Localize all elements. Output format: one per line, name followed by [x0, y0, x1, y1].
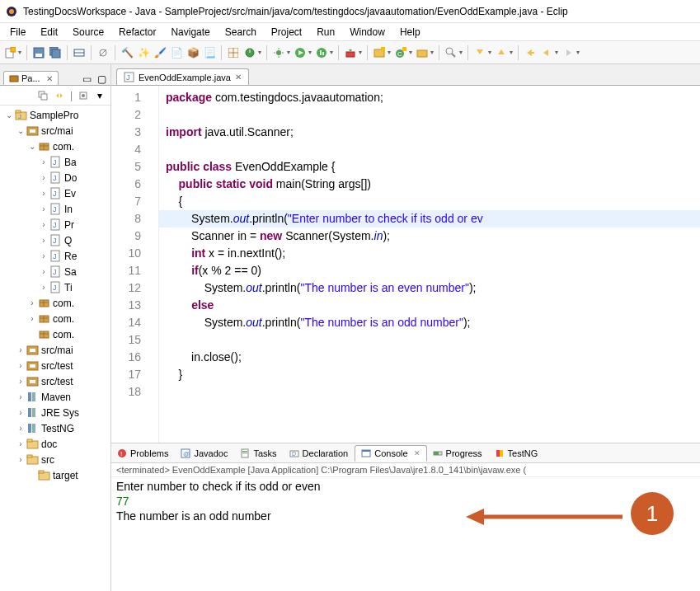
menu-help[interactable]: Help: [393, 25, 427, 40]
tree-item[interactable]: ›com.: [0, 311, 110, 326]
tree-item[interactable]: ⌄com.: [0, 138, 110, 154]
svg-rect-117: [500, 450, 503, 457]
tree-item[interactable]: ›src/mai: [0, 342, 110, 358]
tree-item[interactable]: ›src/test: [0, 373, 110, 389]
tree-item[interactable]: ›src/test: [0, 358, 110, 373]
cu-icon: J: [49, 250, 62, 262]
menu-search[interactable]: Search: [218, 25, 263, 40]
menu-run[interactable]: Run: [310, 25, 341, 40]
new-package-icon[interactable]: [373, 46, 386, 59]
back-icon[interactable]: [540, 46, 553, 59]
pkg-icon[interactable]: 📦: [186, 46, 200, 59]
tree-item[interactable]: ›JRE Sys: [0, 405, 110, 420]
tree-item[interactable]: ›src: [0, 452, 110, 467]
tree-item[interactable]: ›JQ: [0, 232, 110, 248]
package-explorer-tab[interactable]: Pa... ✕: [3, 71, 59, 85]
wand-icon[interactable]: ✨: [137, 46, 150, 59]
menu-project[interactable]: Project: [265, 25, 308, 40]
menu-refactor[interactable]: Refactor: [112, 25, 162, 40]
save-all-icon[interactable]: [49, 46, 62, 59]
skip-breakpoints-icon[interactable]: [96, 46, 110, 59]
menu-edit[interactable]: Edit: [34, 25, 64, 40]
page-icon[interactable]: 📃: [203, 46, 216, 59]
menu-window[interactable]: Window: [343, 25, 392, 40]
next-annotation-icon[interactable]: [473, 46, 486, 59]
tab-progress[interactable]: Progress: [427, 446, 489, 461]
coverage-icon[interactable]: [315, 46, 328, 59]
cu-icon: J: [49, 171, 62, 184]
tree-label: Sa: [64, 266, 77, 278]
window-title: TestingDocsWorkspace - Java - SampleProj…: [23, 6, 568, 17]
tab-declaration[interactable]: DDeclaration: [284, 446, 355, 461]
tree-item[interactable]: ›JBa: [0, 154, 110, 170]
debug-icon[interactable]: [272, 46, 285, 59]
close-icon[interactable]: ✕: [235, 73, 242, 82]
close-icon[interactable]: ✕: [46, 74, 53, 83]
toggle-breadcrumb-icon[interactable]: [73, 46, 86, 59]
tree-item[interactable]: ›com.: [0, 295, 110, 311]
tree-item[interactable]: ⌄src/mai: [0, 123, 110, 138]
doc-icon[interactable]: 📄: [170, 46, 183, 59]
minimize-icon[interactable]: ▭: [81, 73, 92, 85]
new-icon[interactable]: [3, 46, 16, 59]
editor-tab[interactable]: J EvenOddExample.java ✕: [116, 68, 249, 85]
lib-icon: [26, 391, 39, 403]
build-icon[interactable]: 🔨: [120, 46, 134, 59]
menu-file[interactable]: File: [3, 25, 32, 40]
menu-source[interactable]: Source: [66, 25, 110, 40]
tree-item[interactable]: ›JSa: [0, 264, 110, 279]
forward-icon[interactable]: [561, 46, 575, 59]
svg-rect-34: [417, 50, 427, 57]
tree-item[interactable]: ›JIn: [0, 201, 110, 217]
folder-icon: [26, 438, 39, 450]
fold-column: [148, 86, 159, 443]
code-content[interactable]: package com.testingdocs.javaautomation; …: [159, 86, 700, 443]
prev-annotation-icon[interactable]: [495, 46, 508, 59]
view-title: Pa...: [21, 73, 40, 83]
tree-item[interactable]: ›JDo: [0, 170, 110, 185]
link-editor-icon[interactable]: [54, 90, 65, 101]
grid-icon[interactable]: [227, 46, 240, 59]
tree-item[interactable]: ›JPr: [0, 217, 110, 232]
last-edit-icon[interactable]: [524, 46, 537, 59]
tree-item[interactable]: ›Maven: [0, 389, 110, 405]
tree-item[interactable]: com.: [0, 326, 110, 342]
tree-label: com.: [53, 298, 74, 309]
tree-label: TestNG: [41, 423, 74, 434]
tab-console[interactable]: Console✕: [355, 445, 426, 462]
tree-item[interactable]: ›JRe: [0, 248, 110, 264]
save-icon[interactable]: [32, 46, 45, 59]
tab-problems[interactable]: !Problems: [111, 446, 175, 461]
tree-item[interactable]: ›JEv: [0, 185, 110, 201]
new-class-icon[interactable]: C: [394, 46, 407, 59]
tree-item[interactable]: ›doc: [0, 436, 110, 452]
tab-tasks[interactable]: Tasks: [234, 446, 283, 461]
tab-javadoc[interactable]: @Javadoc: [175, 446, 234, 461]
testng-icon: [495, 448, 505, 458]
tree-item[interactable]: ›TestNG: [0, 420, 110, 436]
code-editor[interactable]: 123456789101112131415161718 package com.…: [111, 86, 700, 443]
open-type-icon[interactable]: [416, 46, 429, 59]
run-icon[interactable]: [294, 46, 307, 59]
close-icon[interactable]: ✕: [414, 449, 420, 457]
tree-item[interactable]: ›JTi: [0, 279, 110, 295]
view-menu-icon[interactable]: ▾: [94, 90, 106, 101]
maximize-icon[interactable]: ▢: [96, 73, 107, 85]
ext-tools-icon[interactable]: [344, 46, 357, 59]
tab-testng[interactable]: TestNG: [489, 446, 545, 461]
menu-navigate[interactable]: Navigate: [164, 25, 216, 40]
svg-rect-100: [39, 471, 44, 473]
search-icon[interactable]: [444, 46, 458, 59]
tree-label: src: [41, 454, 54, 466]
collapse-all-icon[interactable]: [37, 90, 49, 101]
tree-label: src/mai: [41, 345, 73, 356]
paint-icon[interactable]: 🖌️: [153, 46, 167, 59]
svg-rect-96: [27, 439, 32, 442]
project-tree[interactable]: ⌄JSamplePro⌄src/mai⌄com.›JBa›JDo›JEv›JIn…: [0, 106, 110, 591]
lib-icon: [26, 406, 39, 419]
clock-icon[interactable]: [243, 46, 256, 59]
tree-item[interactable]: ⌄JSamplePro: [0, 107, 110, 123]
console-output[interactable]: Enter number to check if its odd or even…: [111, 477, 700, 591]
filter-icon[interactable]: [78, 90, 89, 101]
tree-item[interactable]: target: [0, 467, 110, 483]
